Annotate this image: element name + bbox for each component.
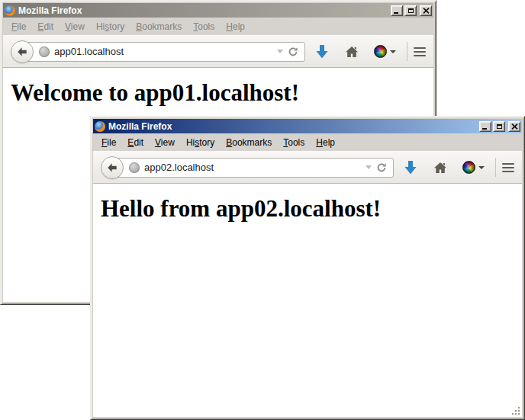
minimize-button[interactable]	[479, 121, 491, 132]
globe-icon[interactable]	[129, 162, 140, 173]
window-title: Mozilla Firefox	[108, 121, 479, 132]
back-button[interactable]	[11, 40, 34, 63]
back-arrow-icon	[107, 162, 118, 173]
minimize-icon	[482, 128, 487, 130]
urlbar-dropdown-icon[interactable]	[277, 50, 283, 53]
maximize-button[interactable]	[493, 121, 505, 132]
maximize-icon	[408, 8, 414, 13]
menu-item-history[interactable]: History	[96, 21, 124, 32]
window-controls	[391, 5, 432, 16]
navigation-toolbar: app02.localhost	[93, 151, 522, 184]
menu-item-history[interactable]: History	[186, 137, 214, 148]
close-icon	[423, 8, 430, 14]
maximize-button[interactable]	[404, 5, 417, 16]
home-button[interactable]	[345, 46, 359, 58]
menu-item-help[interactable]: Help	[226, 21, 245, 32]
titlebar[interactable]: Mozilla Firefox	[93, 119, 522, 133]
menu-item-file[interactable]: File	[101, 137, 116, 148]
back-arrow-icon	[17, 46, 27, 57]
globe-icon[interactable]	[39, 46, 50, 57]
menu-item-bookmarks[interactable]: Bookmarks	[136, 21, 182, 32]
menu-item-edit[interactable]: Edit	[127, 137, 143, 148]
home-button[interactable]	[433, 162, 447, 174]
maximize-icon	[497, 124, 502, 129]
urlbar-dropdown-icon[interactable]	[366, 165, 372, 169]
reload-icon[interactable]	[288, 46, 298, 57]
firefox-logo-icon	[95, 121, 105, 132]
menu-item-view[interactable]: View	[155, 137, 175, 148]
menu-item-help[interactable]: Help	[316, 137, 335, 148]
menu-item-tools[interactable]: Tools	[283, 137, 304, 148]
reload-icon[interactable]	[376, 162, 387, 173]
close-button[interactable]	[508, 121, 520, 132]
caret-down-icon	[390, 50, 396, 53]
menu-item-bookmarks[interactable]: Bookmarks	[226, 137, 272, 148]
firefox-logo-icon	[5, 5, 15, 16]
page-heading: Hello from app02.localhost!	[101, 195, 522, 223]
color-wheel-icon	[374, 45, 387, 58]
colorwheel-extension-button[interactable]	[374, 45, 396, 58]
resize-grip[interactable]	[511, 406, 520, 415]
url-bar[interactable]: app02.localhost	[111, 158, 394, 178]
menu-item-file[interactable]: File	[11, 21, 26, 32]
url-text[interactable]: app01.localhost	[54, 46, 272, 57]
page-content: Hello from app02.localhost!	[93, 184, 522, 417]
color-wheel-icon	[462, 161, 475, 174]
hamburger-menu-icon	[502, 163, 514, 165]
browser-window-app02: Mozilla Firefox FileEditViewHistoryBookm…	[90, 116, 525, 420]
menu-item-edit[interactable]: Edit	[37, 21, 53, 32]
titlebar[interactable]: Mozilla Firefox	[3, 3, 433, 18]
back-button[interactable]	[101, 156, 124, 179]
download-button[interactable]	[316, 45, 328, 59]
close-button[interactable]	[420, 5, 432, 16]
menu-item-tools[interactable]: Tools	[193, 21, 214, 32]
window-controls	[479, 121, 520, 132]
menu-panel-button[interactable]	[414, 47, 426, 56]
menu-item-view[interactable]: View	[65, 21, 85, 32]
home-icon	[345, 46, 359, 58]
download-arrow-icon	[316, 45, 328, 59]
download-arrow-icon	[404, 161, 417, 175]
toolbar-separator	[495, 158, 496, 177]
hamburger-menu-icon	[414, 47, 426, 49]
menu-panel-button[interactable]	[502, 163, 514, 172]
menu-bar: FileEditViewHistoryBookmarksToolsHelp	[93, 133, 522, 151]
url-bar[interactable]: app01.localhost	[21, 42, 305, 62]
menu-bar: FileEditViewHistoryBookmarksToolsHelp	[3, 18, 433, 35]
colorwheel-extension-button[interactable]	[462, 161, 485, 174]
navigation-toolbar: app01.localhost	[3, 35, 433, 68]
window-title: Mozilla Firefox	[18, 5, 391, 16]
minimize-button[interactable]	[391, 5, 403, 16]
page-heading: Welcome to app01.localhost!	[11, 79, 433, 107]
download-button[interactable]	[404, 161, 417, 175]
close-icon	[511, 123, 518, 130]
caret-down-icon	[478, 166, 485, 169]
home-icon	[433, 162, 447, 174]
toolbar-separator	[407, 42, 407, 61]
url-text[interactable]: app02.localhost	[144, 162, 361, 173]
minimize-icon	[394, 12, 398, 14]
